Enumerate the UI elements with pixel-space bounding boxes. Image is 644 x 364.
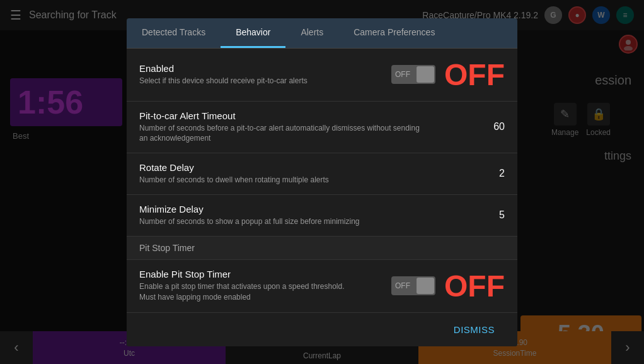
toggle-pit-stop-off-label: OFF xyxy=(395,281,410,290)
setting-title-rotate-delay: Rotate Delay xyxy=(139,162,480,173)
toggle-pit-stop-container: OFF OFF xyxy=(391,269,505,303)
setting-desc-rotate-delay: Number of seconds to dwell when rotating… xyxy=(139,175,423,185)
tab-camera-preferences[interactable]: Camera Preferences xyxy=(338,18,450,48)
setting-title-timeout: Pit-to-car Alert Timeout xyxy=(139,110,480,121)
setting-desc-enabled: Select if this device should receive pit… xyxy=(139,76,391,86)
setting-row-rotate-delay: Rotate Delay Number of seconds to dwell … xyxy=(127,153,517,195)
modal-footer: DISMISS xyxy=(127,312,517,346)
setting-row-pit-stop-timer: Enable Pit Stop Timer Enable a pit stop … xyxy=(127,260,517,312)
tab-detected-tracks[interactable]: Detected Tracks xyxy=(127,18,221,48)
section-header-pit-stop: Pit Stop Timer xyxy=(127,237,517,260)
setting-desc-pit-stop-timer-2: Must have lapping mode enabled xyxy=(139,292,391,303)
modal-tabs: Detected Tracks Behavior Alerts Camera P… xyxy=(127,18,517,49)
setting-info-enabled: Enabled Select if this device should rec… xyxy=(139,63,391,86)
dismiss-button[interactable]: DISMISS xyxy=(444,319,505,340)
setting-value-rotate-delay[interactable]: 2 xyxy=(480,168,505,179)
toggle-pit-stop[interactable]: OFF xyxy=(391,276,435,295)
setting-info-rotate-delay: Rotate Delay Number of seconds to dwell … xyxy=(139,162,480,185)
setting-row-minimize-delay: Minimize Delay Number of seconds to show… xyxy=(127,195,517,237)
setting-info-pit-stop-timer: Enable Pit Stop Timer Enable a pit stop … xyxy=(139,269,391,303)
toggle-enabled[interactable]: OFF xyxy=(391,65,435,84)
off-label-big-pit-stop: OFF xyxy=(444,269,505,303)
setting-row-timeout: Pit-to-car Alert Timeout Number of secon… xyxy=(127,102,517,154)
toggle-off-label: OFF xyxy=(395,70,410,79)
settings-modal: Detected Tracks Behavior Alerts Camera P… xyxy=(127,18,517,346)
setting-value-minimize-delay[interactable]: 5 xyxy=(480,209,505,221)
off-label-big-enabled: OFF xyxy=(444,57,505,92)
setting-title-minimize-delay: Minimize Delay xyxy=(139,204,480,214)
setting-desc-pit-stop-timer-1: Enable a pit stop timer that activates u… xyxy=(139,281,391,292)
tab-alerts[interactable]: Alerts xyxy=(285,18,338,48)
toggle-enabled-container: OFF OFF xyxy=(391,57,505,92)
setting-value-timeout[interactable]: 60 xyxy=(480,121,505,132)
setting-row-enabled: Enabled Select if this device should rec… xyxy=(127,49,517,102)
setting-desc-timeout: Number of seconds before a pit-to-car al… xyxy=(139,123,423,144)
toggle-pit-stop-knob xyxy=(417,278,434,294)
setting-title-enabled: Enabled xyxy=(139,63,391,74)
setting-title-pit-stop-timer: Enable Pit Stop Timer xyxy=(139,269,391,279)
setting-desc-minimize-delay: Number of seconds to show a popup at ful… xyxy=(139,216,423,227)
modal-content: Enabled Select if this device should rec… xyxy=(127,49,517,312)
tab-behavior[interactable]: Behavior xyxy=(221,18,285,48)
setting-info-timeout: Pit-to-car Alert Timeout Number of secon… xyxy=(139,110,480,144)
toggle-knob xyxy=(417,66,434,83)
modal-overlay: Detected Tracks Behavior Alerts Camera P… xyxy=(0,0,644,364)
setting-info-minimize-delay: Minimize Delay Number of seconds to show… xyxy=(139,204,480,227)
